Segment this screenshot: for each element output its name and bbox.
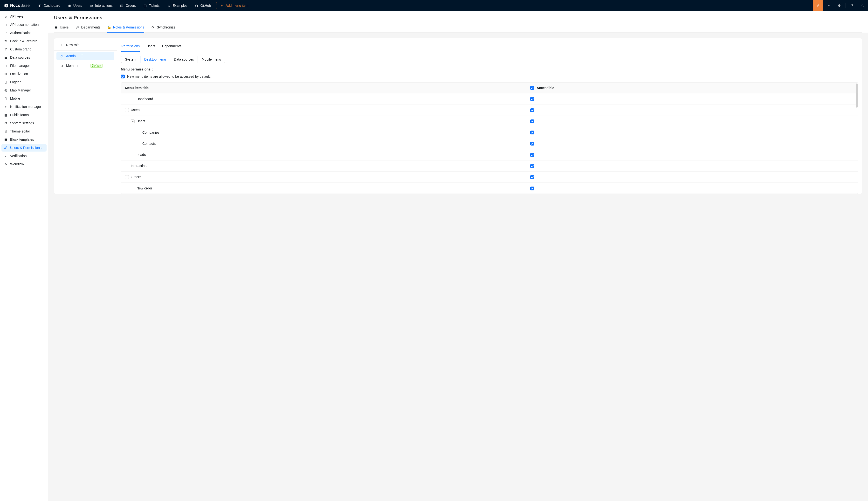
tab-label: Roles & Permissions <box>113 25 144 29</box>
sidebar-item-label: Users & Permissions <box>10 146 42 150</box>
tab-roles-permissions[interactable]: 🔒 Roles & Permissions <box>107 23 144 33</box>
tab-departments[interactable]: ☍ Departments <box>76 23 101 33</box>
menu-item-label: Contacts <box>142 142 155 146</box>
accessible-cell <box>527 93 858 105</box>
scrollbar[interactable] <box>856 84 858 108</box>
sidebar-item-users-permissions[interactable]: ☍ Users & Permissions <box>1 144 46 151</box>
top-menu-users[interactable]: ◉ Users <box>64 0 86 11</box>
tab-users[interactable]: ◉ Users <box>54 23 69 33</box>
add-menu-item-button[interactable]: ＋ Add menu item <box>216 2 252 9</box>
interact-icon: ▭ <box>89 4 93 8</box>
sidebar-item-workflow[interactable]: ⋔ Workflow <box>1 160 46 168</box>
inner-tab-users[interactable]: Users <box>147 43 155 52</box>
sidebar-item-system-settings[interactable]: ⚙ System settings <box>1 119 46 127</box>
top-menu-label: Orders <box>126 4 136 8</box>
sidebar-item-backup-restore[interactable]: ⟲ Backup & Restore <box>1 37 46 45</box>
settings-icon: ⚙ <box>4 121 8 125</box>
sidebar-item-file-manager[interactable]: ▯ File manager <box>1 62 46 70</box>
seg-desktop-menu[interactable]: Desktop menu <box>140 56 170 63</box>
permissions-table-wrap: Menu item title Accessible <box>121 82 858 194</box>
brand-logo[interactable]: NocoBase <box>4 3 30 8</box>
role-more-icon[interactable]: ⋮ <box>107 64 111 67</box>
top-menu-github[interactable]: ◑ GitHub <box>191 0 215 11</box>
design-mode-button[interactable]: ✐ <box>813 0 823 11</box>
inner-tab-departments[interactable]: Departments <box>162 43 182 52</box>
settings-button[interactable]: ⚙ <box>834 0 845 11</box>
sidebar-item-logger[interactable]: ▯ Logger <box>1 78 46 86</box>
sidebar-item-label: System settings <box>10 121 34 125</box>
sidebar-item-mobile[interactable]: ▯ Mobile <box>1 95 46 102</box>
account-button[interactable]: ◌ <box>857 0 868 11</box>
inner-tab-permissions[interactable]: Permissions <box>121 43 140 52</box>
top-menu-interactions[interactable]: ▭ Interactions <box>86 0 116 11</box>
top-menu-tickets[interactable]: ◫ Tickets <box>140 0 163 11</box>
sidebar-item-verification[interactable]: ✓ Verification <box>1 152 46 160</box>
accessible-checkbox[interactable] <box>530 97 534 101</box>
new-role-button[interactable]: ＋ New role <box>54 39 117 51</box>
accessible-checkbox[interactable] <box>530 153 534 157</box>
dept-icon: ☍ <box>76 25 79 29</box>
chart-icon: ◧ <box>38 4 42 8</box>
sidebar-item-authentication[interactable]: ↩ Authentication <box>1 29 46 37</box>
sidebar-item-public-forms[interactable]: ▦ Public forms <box>1 111 46 119</box>
top-menu: ◧ Dashboard ◉ Users ▭ Interactions ▤ Ord… <box>34 0 813 11</box>
tab-synchronize[interactable]: ⟳ Synchronize <box>151 23 175 33</box>
role-item-member[interactable]: ◇ Member Default ⋮ <box>56 61 115 70</box>
top-menu-orders[interactable]: ▤ Orders <box>117 0 139 11</box>
table-scroll[interactable]: Menu item title Accessible <box>121 83 858 193</box>
theme-icon: ⎘ <box>4 129 8 133</box>
tag-icon: ◇ <box>60 54 64 58</box>
accessible-checkbox[interactable] <box>530 186 534 190</box>
table-row: Leads <box>121 149 858 160</box>
expand-toggle[interactable]: − <box>125 175 129 179</box>
seg-data-sources[interactable]: Data sources <box>170 56 198 63</box>
seg-system[interactable]: System <box>121 56 140 63</box>
menu-item-label: Users <box>137 119 145 123</box>
accessible-cell <box>527 127 858 138</box>
sidebar-item-data-sources[interactable]: ≣ Data sources <box>1 54 46 61</box>
segment-tabs: SystemDesktop menuData sourcesMobile men… <box>121 56 858 63</box>
add-menu-item-label: Add menu item <box>226 4 248 8</box>
seg-mobile-menu[interactable]: Mobile menu <box>198 56 225 63</box>
sidebar-item-label: API documentation <box>10 23 39 26</box>
accessible-checkbox[interactable] <box>530 119 534 123</box>
role-more-icon[interactable]: ⋮ <box>80 54 84 58</box>
table-row: −Users <box>121 105 858 116</box>
expand-toggle[interactable]: − <box>125 108 129 112</box>
user-icon: ◌ <box>861 4 865 8</box>
globe-icon: ⊕ <box>4 72 8 76</box>
accessible-checkbox[interactable] <box>530 175 534 179</box>
accessible-all-checkbox[interactable] <box>530 86 534 90</box>
tag-icon: ◇ <box>60 64 64 67</box>
top-menu-dashboard[interactable]: ◧ Dashboard <box>34 0 64 11</box>
sidebar-item-map-manager[interactable]: ◎ Map Manager <box>1 86 46 94</box>
accessible-cell <box>527 138 858 149</box>
menu-item-label: Leads <box>137 153 146 157</box>
top-menu-examples[interactable]: ⌂ Examples <box>163 0 191 11</box>
accessible-checkbox[interactable] <box>530 142 534 146</box>
default-access-checkbox[interactable] <box>121 75 125 78</box>
plugin-button[interactable]: ⚭ <box>823 0 834 11</box>
accessible-checkbox[interactable] <box>530 108 534 112</box>
file-icon: ▯ <box>4 64 8 67</box>
sidebar-item-label: API keys <box>10 14 23 18</box>
expand-toggle[interactable]: − <box>131 119 134 123</box>
menu-item-label: Orders <box>131 175 141 179</box>
content-area: ＋ New role ◇ Admin ⋮ ◇ Member Default ⋮ … <box>48 33 868 501</box>
accessible-checkbox[interactable] <box>530 130 534 135</box>
sidebar-item-label: Map Manager <box>10 88 31 92</box>
sidebar-item-localization[interactable]: ⊕ Localization <box>1 70 46 78</box>
accessible-checkbox[interactable] <box>530 164 534 168</box>
col-header-accessible-label: Accessible <box>536 86 554 90</box>
sidebar-item-notification-manager[interactable]: ◁ Notification manager <box>1 103 46 110</box>
sidebar-item-custom-brand[interactable]: ? Custom brand <box>1 45 46 53</box>
sidebar-item-block-templates[interactable]: ▣ Block templates <box>1 136 46 143</box>
sidebar-item-api-keys[interactable]: ⌕ API keys <box>1 12 46 20</box>
help-button[interactable]: ? <box>847 0 857 11</box>
sidebar-item-theme-editor[interactable]: ⎘ Theme editor <box>1 127 46 135</box>
top-menu-label: Interactions <box>95 4 112 8</box>
role-label: Member <box>66 64 78 67</box>
sidebar-item-api-documentation[interactable]: ▯ API documentation <box>1 21 46 29</box>
roles-panel: ＋ New role ◇ Admin ⋮ ◇ Member Default ⋮ … <box>54 39 862 194</box>
role-item-admin[interactable]: ◇ Admin ⋮ <box>56 52 115 60</box>
